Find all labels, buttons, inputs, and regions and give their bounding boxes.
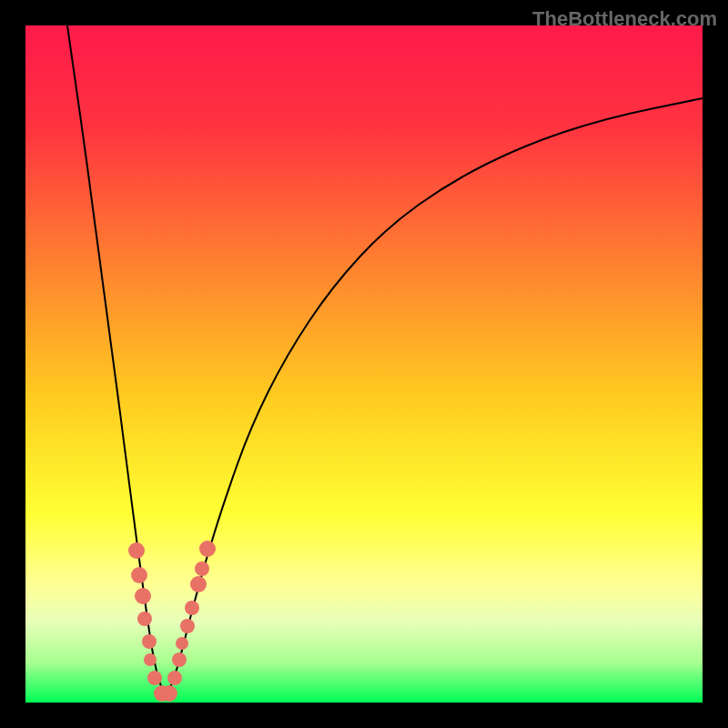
plot-background [25, 25, 703, 703]
data-point [180, 619, 195, 633]
data-point [137, 612, 152, 626]
bottleneck-chart [0, 0, 728, 728]
data-point [185, 601, 199, 615]
data-point [195, 561, 209, 576]
data-point [172, 652, 187, 667]
data-point [128, 542, 145, 559]
data-point [131, 567, 147, 583]
watermark-text: TheBottleneck.com [532, 7, 717, 31]
data-point [135, 588, 151, 604]
data-point [144, 653, 157, 666]
data-point [161, 685, 177, 702]
data-point [199, 541, 216, 557]
data-point [142, 634, 157, 649]
data-point [167, 671, 182, 685]
data-point [147, 671, 162, 685]
data-point [190, 576, 207, 592]
data-point [176, 637, 188, 650]
chart-container: TheBottleneck.com [0, 0, 728, 728]
